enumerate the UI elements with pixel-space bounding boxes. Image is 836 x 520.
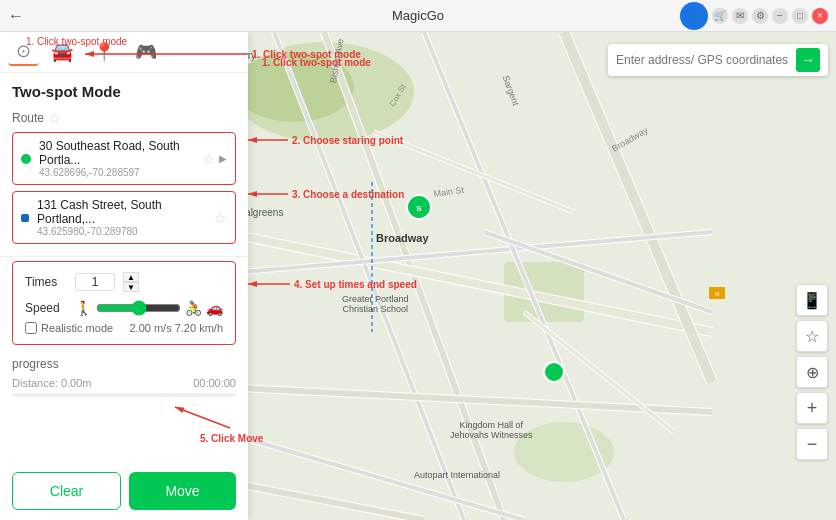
mail-button[interactable]: ✉ xyxy=(732,8,748,24)
bike-icon: 🚴 xyxy=(185,300,202,316)
start-location-coords: 43.628696,-70.288597 xyxy=(39,167,202,178)
start-location-text: 30 Southeast Road, South Portla... 43.62… xyxy=(39,139,202,178)
start-dot xyxy=(21,154,31,164)
map-label-kingdom: Kingdom Hall ofJehovahs Witnesses xyxy=(450,420,533,440)
titlebar: ← MagicGo 👤 🛒 ✉ ⚙ − □ × xyxy=(0,0,836,32)
map-label-autopart: Autopart International xyxy=(414,470,500,480)
progress-info-row: Distance: 0.00m 00:00:00 xyxy=(12,377,236,389)
start-location-row[interactable]: 30 Southeast Road, South Portla... 43.62… xyxy=(12,132,236,185)
dest-location-coords: 43.625980,-70.289780 xyxy=(37,226,214,237)
route-icon: 📍 xyxy=(93,41,115,63)
dest-dot xyxy=(21,214,29,222)
zoom-out-button[interactable]: − xyxy=(796,428,828,460)
dest-location-row[interactable]: 131 Cash Street, South Portland,... 43.6… xyxy=(12,191,236,244)
map-controls: 📱 ☆ ⊕ + − xyxy=(796,284,828,460)
times-down-button[interactable]: ▼ xyxy=(123,282,139,292)
panel: 1. Click two-spot mode ⊙ 🚘 📍 🎮 Two-spot … xyxy=(0,32,248,520)
svg-text:III: III xyxy=(714,291,719,297)
bookmark-icon[interactable]: ☆ xyxy=(796,320,828,352)
route-text: Route xyxy=(12,111,44,125)
speed-row: Speed 🚶 🚴 🚗 xyxy=(25,296,223,320)
move-button[interactable]: Move xyxy=(129,472,236,510)
back-button[interactable]: ← xyxy=(8,7,24,25)
car-icon: 🚘 xyxy=(51,41,73,63)
times-spinner: ▲ ▼ xyxy=(123,272,139,292)
close-button[interactable]: × xyxy=(812,8,828,24)
settings-button[interactable]: ⚙ xyxy=(752,8,768,24)
start-star[interactable]: ☆ xyxy=(202,151,215,167)
times-up-button[interactable]: ▲ xyxy=(123,272,139,282)
route-star[interactable]: ☆ xyxy=(48,110,61,126)
realistic-row: Realistic mode 2.00 m/s 7.20 km/h xyxy=(25,320,223,338)
start-arrow-icon: ▶ xyxy=(219,153,227,164)
icon-bar-item-car[interactable]: 🚘 xyxy=(43,39,81,65)
icon-bar-item-pin[interactable]: 1. Click two-spot mode ⊙ xyxy=(8,38,39,66)
progress-time: 00:00:00 xyxy=(193,377,236,389)
dest-star[interactable]: ☆ xyxy=(214,210,227,226)
svg-point-35 xyxy=(544,362,564,382)
progress-label: progress xyxy=(12,357,236,371)
dest-location-name: 131 Cash Street, South Portland,... xyxy=(37,198,214,226)
zoom-in-button[interactable]: + xyxy=(796,392,828,424)
start-location-name: 30 Southeast Road, South Portla... xyxy=(39,139,202,167)
location-icon[interactable]: ⊕ xyxy=(796,356,828,388)
progress-bar-wrap xyxy=(12,393,236,397)
clear-button[interactable]: Clear xyxy=(12,472,121,510)
app-title: MagicGo xyxy=(392,8,444,23)
speed-icons: 🚶 🚴 🚗 xyxy=(75,300,223,316)
minimize-button[interactable]: − xyxy=(772,8,788,24)
speed-label: Speed xyxy=(25,301,67,315)
route-label: Route ☆ xyxy=(12,110,236,126)
progress-section: progress Distance: 0.00m 00:00:00 xyxy=(0,349,248,405)
icon-bar: 1. Click two-spot mode ⊙ 🚘 📍 🎮 xyxy=(0,32,248,73)
speed-slider[interactable] xyxy=(96,300,181,316)
panel-title: Two-spot Mode xyxy=(12,83,236,100)
gamepad-icon: 🎮 xyxy=(135,41,157,63)
icon-bar-item-route[interactable]: 📍 xyxy=(85,39,123,65)
car-speed-icon: 🚗 xyxy=(206,300,223,316)
search-bar: → xyxy=(608,44,828,76)
times-label: Times xyxy=(25,275,67,289)
map-label-broadway: Broadway xyxy=(376,232,429,244)
cart-button[interactable]: 🛒 xyxy=(712,8,728,24)
panel-header: Two-spot Mode xyxy=(0,73,248,104)
button-row: Clear Move xyxy=(0,462,248,520)
realistic-checkbox[interactable] xyxy=(25,322,37,334)
times-row: Times ▲ ▼ xyxy=(25,268,223,296)
times-input[interactable] xyxy=(75,273,115,291)
svg-text:S: S xyxy=(416,204,422,213)
settings-section: Times ▲ ▼ Speed 🚶 🚴 🚗 Realistic mode 2.0… xyxy=(12,261,236,345)
progress-distance: Distance: 0.00m xyxy=(12,377,91,389)
icon-bar-item-gamepad[interactable]: 🎮 xyxy=(127,39,165,65)
walk-icon: 🚶 xyxy=(75,300,92,316)
phone-icon[interactable]: 📱 xyxy=(796,284,828,316)
user-avatar: 👤 xyxy=(680,2,708,30)
search-input[interactable] xyxy=(616,53,796,67)
search-button[interactable]: → xyxy=(796,48,820,72)
maximize-button[interactable]: □ xyxy=(792,8,808,24)
dest-location-text: 131 Cash Street, South Portland,... 43.6… xyxy=(37,198,214,237)
speed-display: 2.00 m/s 7.20 km/h xyxy=(129,322,223,334)
map-label-school: Greater PortlandChristian School xyxy=(342,294,409,314)
realistic-label: Realistic mode xyxy=(41,322,113,334)
route-section: Route ☆ 30 Southeast Road, South Portla.… xyxy=(0,104,248,257)
